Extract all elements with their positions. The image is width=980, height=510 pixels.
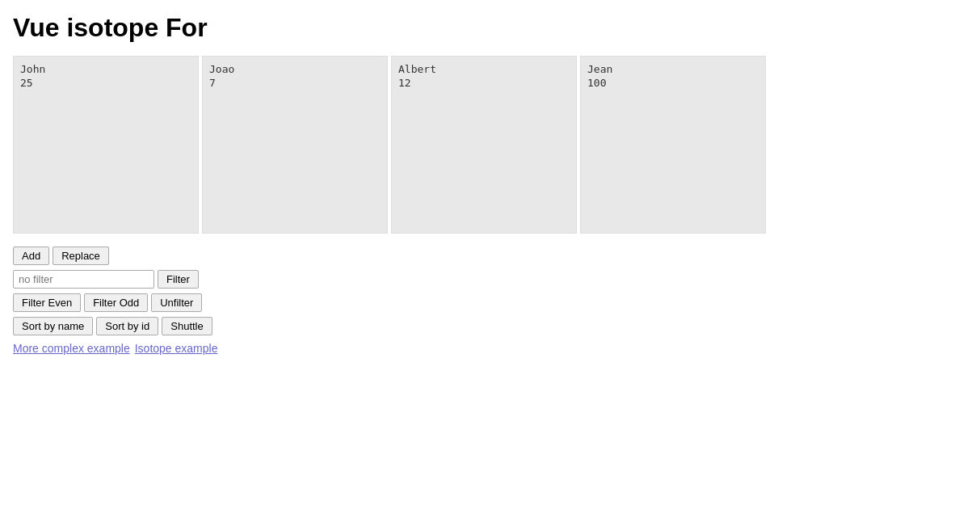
sort-buttons-row: Sort by name Sort by id Shuttle bbox=[13, 317, 212, 335]
filter-input[interactable] bbox=[13, 270, 154, 289]
card-name: Joao bbox=[209, 63, 381, 75]
filter-button[interactable]: Filter bbox=[158, 270, 199, 289]
sort-by-id-button[interactable]: Sort by id bbox=[96, 317, 158, 335]
nav-link[interactable]: Isotope example bbox=[135, 342, 218, 355]
card: Jean 100 bbox=[580, 56, 766, 234]
card: Albert 12 bbox=[391, 56, 577, 234]
card-name: Albert bbox=[398, 63, 570, 75]
filter-buttons-row: Filter Even Filter Odd Unfilter bbox=[13, 293, 202, 312]
card-id: 100 bbox=[587, 77, 759, 89]
filter-even-button[interactable]: Filter Even bbox=[13, 293, 81, 312]
card: Joao 7 bbox=[202, 56, 388, 234]
unfilter-button[interactable]: Unfilter bbox=[151, 293, 202, 312]
sort-by-name-button[interactable]: Sort by name bbox=[13, 317, 93, 335]
shuttle-button[interactable]: Shuttle bbox=[162, 317, 212, 335]
card-name: Jean bbox=[587, 63, 759, 75]
nav-link[interactable]: More complex example bbox=[13, 342, 130, 355]
filter-odd-button[interactable]: Filter Odd bbox=[84, 293, 148, 312]
replace-button[interactable]: Replace bbox=[53, 247, 109, 265]
controls-section: Add Replace Filter Filter Even Filter Od… bbox=[13, 247, 967, 355]
add-replace-row: Add Replace bbox=[13, 247, 109, 265]
page-title: Vue isotope For bbox=[13, 13, 967, 43]
card-id: 7 bbox=[209, 77, 381, 89]
links-row: More complex exampleIsotope example bbox=[13, 342, 217, 355]
card: John 25 bbox=[13, 56, 199, 234]
card-id: 25 bbox=[20, 77, 191, 89]
card-name: John bbox=[20, 63, 191, 75]
cards-container: John 25 Joao 7 Albert 12 Jean 100 bbox=[13, 56, 967, 234]
card-id: 12 bbox=[398, 77, 570, 89]
add-button[interactable]: Add bbox=[13, 247, 49, 265]
filter-input-row: Filter bbox=[13, 270, 199, 289]
